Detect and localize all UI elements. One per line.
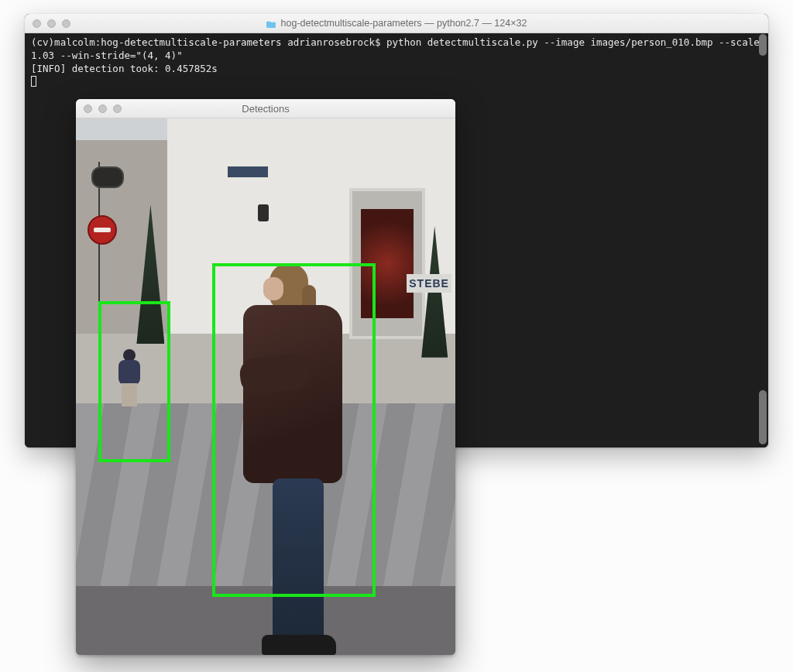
terminal-titlebar[interactable]: hog-detectmultiscale-parameters — python…: [25, 14, 768, 33]
hanging-sign: [91, 166, 124, 188]
terminal-scrollbar-track[interactable]: [757, 34, 767, 444]
minimize-icon[interactable]: [47, 19, 56, 28]
street-sign: [228, 166, 268, 177]
terminal-title: hog-detectmultiscale-parameters — python…: [25, 18, 768, 29]
terminal-title-text: hog-detectmultiscale-parameters — python…: [281, 18, 527, 29]
zoom-icon[interactable]: [62, 19, 70, 28]
detection-bbox-1: [212, 263, 376, 596]
wall-lamp: [258, 204, 269, 221]
detections-titlebar[interactable]: Detections: [76, 99, 455, 118]
detections-title: Detections: [76, 103, 455, 115]
terminal-prompt-line: (cv)malcolm:hog-detectmultiscale-paramet…: [31, 36, 765, 61]
detections-window[interactable]: Detections STEBE: [76, 99, 455, 655]
close-icon[interactable]: [33, 19, 41, 28]
screenshot-root: hog-detectmultiscale-parameters — python…: [0, 0, 793, 672]
terminal-info-line: [INFO] detection took: 0.457852s: [31, 63, 218, 74]
detection-bbox-0: [98, 301, 170, 462]
storefront-sign: STEBE: [407, 274, 451, 293]
no-entry-sign-icon: [88, 215, 117, 245]
terminal-cursor: [31, 76, 36, 87]
window-controls: [25, 19, 70, 28]
terminal-scrollbar-thumb-bottom[interactable]: [759, 390, 767, 444]
terminal-scrollbar-thumb-top[interactable]: [759, 34, 767, 56]
folder-icon: [266, 19, 276, 27]
detections-image: STEBE: [76, 118, 455, 655]
